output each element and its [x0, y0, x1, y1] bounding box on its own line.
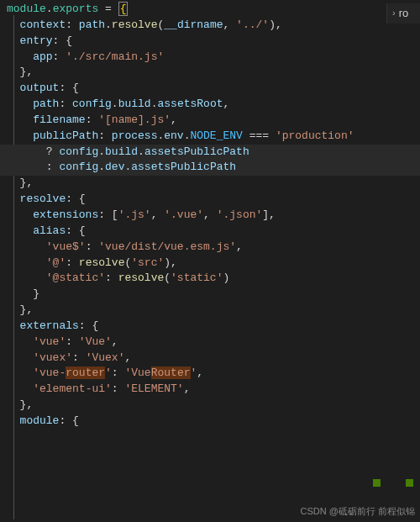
code-line: context: path.resolve(__dirname, '../'), [0, 18, 420, 34]
side-panel-label: ro [399, 6, 409, 22]
code-line: entry: { [0, 34, 420, 50]
code-line: app: './src/main.js' [0, 50, 420, 66]
code-line: path: config.build.assetsRoot, [0, 97, 420, 113]
code-line: module: { [0, 414, 420, 430]
watermark: CSDN @砥砺前行 前程似锦 [301, 505, 415, 519]
side-panel[interactable]: › ro [386, 3, 420, 24]
code-line: '@static': resolve('static') [0, 271, 420, 287]
code-line: publicPath: process.env.NODE_ENV === 'pr… [0, 129, 420, 145]
code-line: module.exports = { [0, 2, 420, 18]
code-line: }, [0, 65, 420, 81]
code-line: }, [0, 176, 420, 192]
code-line: 'vuex': 'Vuex', [0, 351, 420, 366]
code-line: ? config.build.assetsPublicPath [0, 145, 420, 161]
code-line: }, [0, 303, 420, 319]
code-line: 'element-ui': 'ELEMENT', [0, 382, 420, 398]
code-editor[interactable]: module.exports = { context: path.resolve… [0, 0, 420, 430]
change-marker-icon [373, 479, 381, 487]
code-line: } [0, 287, 420, 303]
code-line: filename: '[name].js', [0, 113, 420, 129]
code-line: : config.dev.assetsPublicPath [0, 160, 420, 176]
code-line: externals: { [0, 319, 420, 335]
chevron-right-icon: › [392, 7, 396, 20]
change-marker-icon [406, 479, 413, 487]
code-line: '@': resolve('src'), [0, 256, 420, 272]
code-line: output: { [0, 81, 420, 97]
code-line: 'vue': 'Vue', [0, 335, 420, 351]
code-line: extensions: ['.js', '.vue', '.json'], [0, 208, 420, 224]
code-line: 'vue$': 'vue/dist/vue.esm.js', [0, 240, 420, 256]
code-line: alias: { [0, 224, 420, 240]
code-line: 'vue-router': 'VueRouter', [0, 366, 420, 382]
code-line: }, [0, 398, 420, 414]
code-line: resolve: { [0, 192, 420, 208]
minimap-marks [373, 479, 413, 487]
